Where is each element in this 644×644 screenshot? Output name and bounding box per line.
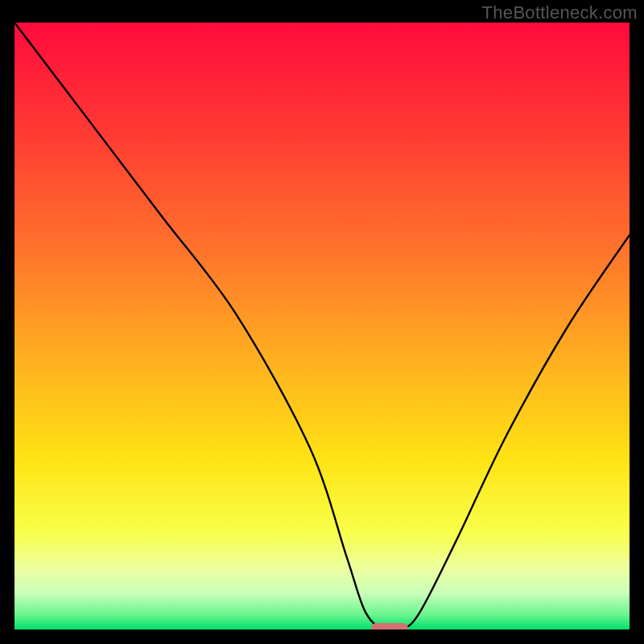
chart-frame: TheBottleneck.com [0,0,644,644]
gradient-rect [14,23,630,630]
plot-area [14,23,630,630]
watermark-text: TheBottleneck.com [482,2,638,23]
min-marker [371,623,408,630]
chart-svg [14,23,630,630]
